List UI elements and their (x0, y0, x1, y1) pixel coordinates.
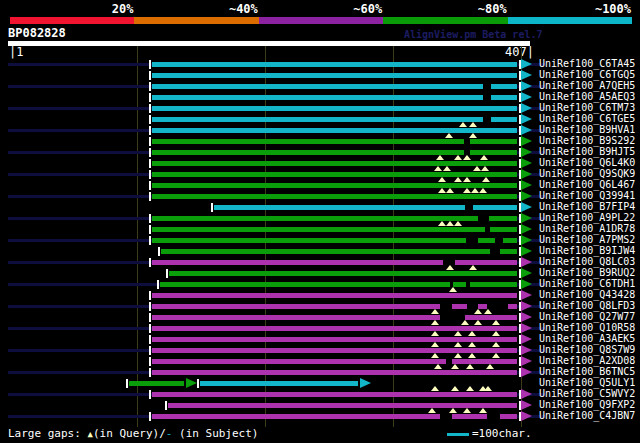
subject-id-link[interactable]: UniRef100_B9HVA1 (539, 125, 635, 135)
alignment-bar (152, 106, 517, 111)
subject-id-link[interactable]: UniRef100_A7QEH5 (539, 81, 635, 91)
subject-id-link[interactable]: UniRef100_B6TNC5 (539, 367, 635, 377)
subject-id-link[interactable]: UniRef100_A5AEQ3 (539, 92, 635, 102)
query-gap-marker (474, 309, 482, 314)
subject-id-link[interactable]: UniRef100_C6TDH1 (539, 279, 635, 289)
bar-start-tick (149, 115, 151, 124)
alignment-bar (129, 381, 184, 386)
alignment-bar (152, 260, 517, 265)
bar-arrowhead (521, 268, 532, 278)
bar-arrowhead (521, 191, 532, 201)
query-gap-marker (463, 177, 471, 182)
alignment-bar (152, 293, 517, 298)
subject-id-link[interactable]: UniRef100_Q6L4K0 (539, 158, 635, 168)
query-gap-marker (451, 364, 459, 369)
subject-id-link[interactable]: UniRef100_Q8LC03 (539, 257, 635, 267)
query-gap-marker (454, 155, 462, 160)
subject-id-link[interactable]: UniRef100_A7PMS2 (539, 235, 635, 245)
bar-arrowhead (521, 70, 532, 80)
bar-start-tick (149, 225, 151, 234)
bar-arrowhead (521, 301, 532, 311)
bar-start-tick (149, 148, 151, 157)
bar-start-tick (149, 181, 151, 190)
subject-id-link[interactable]: UniRef100_B9RUQ2 (539, 268, 635, 278)
query-gap-marker (438, 221, 446, 226)
bar-arrowhead (521, 114, 532, 124)
bar-start-tick (149, 126, 151, 135)
query-gap-marker (492, 331, 500, 336)
alignment-bar (200, 381, 358, 386)
query-gap-marker (466, 364, 474, 369)
subject-gap-dash (466, 238, 478, 243)
query-gap-marker (431, 331, 439, 336)
subject-id-link[interactable]: UniRef100_Q39941 (539, 191, 635, 201)
subject-id-link[interactable]: UniRef100_B9HJT5 (539, 147, 635, 157)
subject-gap-dash (495, 238, 503, 243)
subject-id-link[interactable]: UniRef100_C6TM73 (539, 103, 635, 113)
bar-start-tick (149, 82, 151, 91)
identity-scale-label: 20% (112, 2, 134, 16)
identity-scale-label: ~80% (478, 2, 507, 16)
alignment-bar (169, 271, 517, 276)
alignment-bar (152, 216, 517, 221)
subject-gap-dash (487, 414, 500, 419)
query-gap-marker (438, 188, 446, 193)
bar-start-tick (211, 203, 213, 212)
query-gap-marker (454, 353, 462, 358)
subject-id-link[interactable]: UniRef100_Q9SQK9 (539, 169, 635, 179)
alignment-bar (152, 337, 517, 342)
subject-id-link[interactable]: UniRef100_C4JBN7 (539, 411, 635, 421)
subject-id-link[interactable]: UniRef100_B7FIP4 (539, 202, 635, 212)
identity-scale-swatch (508, 17, 632, 24)
bar-start-tick (149, 104, 151, 113)
bar-arrowhead (521, 125, 532, 135)
query-gap-marker (471, 188, 479, 193)
bar-arrowhead (521, 136, 532, 146)
subject-id-link[interactable]: UniRef100_Q10R58 (539, 323, 635, 333)
subject-gap-dash (483, 117, 491, 122)
query-gap-marker (474, 320, 482, 325)
identity-scale-segment: 20% (10, 2, 134, 24)
subject-id-link[interactable]: UniRef100_C6TGQ5 (539, 70, 635, 80)
subject-id-link[interactable]: UniRef100_Q8LFD3 (539, 301, 635, 311)
subject-id-link[interactable]: UniRef100_A1DR78 (539, 224, 635, 234)
subject-id-link[interactable]: UniRef100_C5WVY2 (539, 389, 635, 399)
query-gap-marker (431, 386, 439, 391)
subject-id-link[interactable]: UniRef100_Q5ULY1 (539, 378, 635, 388)
bar-arrowhead (521, 389, 532, 399)
query-gap-marker (449, 287, 457, 292)
large-gaps-legend: Large gaps: ▲(in Query)/- (in Subject) (8, 427, 258, 440)
subject-id-link[interactable]: UniRef100_Q27W77 (539, 312, 635, 322)
subject-id-link[interactable]: UniRef100_B9IJW4 (539, 246, 635, 256)
identity-scale-segment: ~100% (508, 2, 632, 24)
subject-id-link[interactable]: UniRef100_A2XD08 (539, 356, 635, 366)
subject-id-link[interactable]: UniRef100_C6TA45 (539, 59, 635, 69)
query-gap-marker (466, 386, 474, 391)
bar-arrowhead (521, 224, 532, 234)
subject-id-link[interactable]: UniRef100_Q6L467 (539, 180, 635, 190)
bar-start-tick (149, 236, 151, 245)
subject-gap-dash (465, 205, 473, 210)
subject-gap-dash (466, 282, 470, 287)
subject-id-link[interactable]: UniRef100_C6TGE5 (539, 114, 635, 124)
alignment-bar (152, 62, 517, 67)
subject-id-link[interactable]: UniRef100_Q8S7W9 (539, 345, 635, 355)
alignment-bar (152, 304, 517, 309)
query-gap-marker (484, 309, 492, 314)
subject-id-link[interactable]: UniRef100_B9S292 (539, 136, 635, 146)
query-gap-marker (436, 155, 444, 160)
subject-gap-dash (483, 84, 491, 89)
bar-arrowhead (521, 367, 532, 377)
bar-start-tick (149, 137, 151, 146)
ruler-gridline (137, 46, 138, 427)
subject-id-link[interactable]: UniRef100_A9PL22 (539, 213, 635, 223)
query-gap-marker (468, 353, 476, 358)
alignment-bar (152, 95, 517, 100)
query-gap-marker (431, 309, 439, 314)
query-gap-marker (454, 342, 462, 347)
bar-start-tick (149, 324, 151, 333)
subject-id-link[interactable]: UniRef100_A3AEK5 (539, 334, 635, 344)
subject-id-link[interactable]: UniRef100_Q9FXP2 (539, 400, 635, 410)
subject-id-link[interactable]: UniRef100_Q43428 (539, 290, 635, 300)
bar-arrowhead (521, 92, 532, 102)
